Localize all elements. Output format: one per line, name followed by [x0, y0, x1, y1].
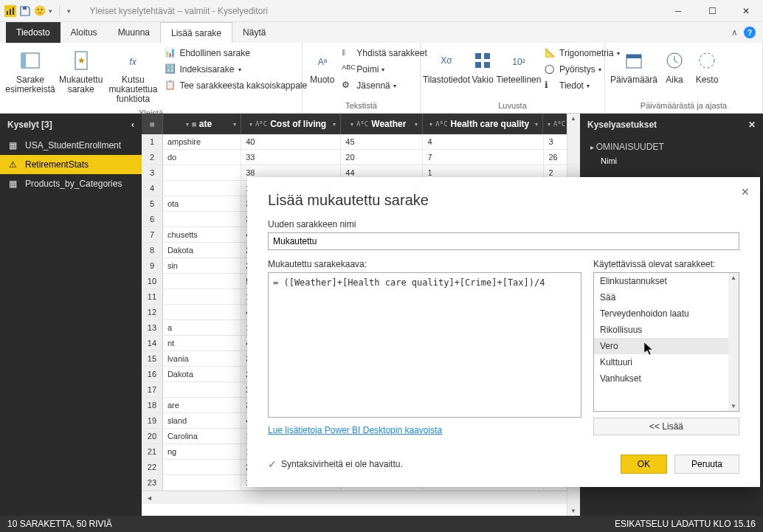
available-column-item[interactable]: Sää [594, 289, 739, 305]
table-row[interactable]: 2do3320726 [142, 150, 580, 165]
qat-dropdown-icon[interactable]: ▾ [49, 7, 52, 15]
cell[interactable]: 45 [341, 134, 423, 149]
duration-button[interactable]: Kesto [692, 46, 722, 88]
cell[interactable] [163, 382, 241, 397]
format-button[interactable]: AªMuoto [308, 46, 336, 88]
cell[interactable]: 7 [423, 150, 544, 165]
available-column-item[interactable]: Rikollisuus [594, 322, 739, 338]
row-number[interactable]: 19 [142, 413, 163, 428]
row-number[interactable]: 18 [142, 398, 163, 412]
properties-section-title[interactable]: OMINAISUUDET [596, 142, 664, 152]
emoji-icon[interactable]: 🙂 [34, 5, 46, 17]
row-number[interactable]: 6 [142, 212, 163, 227]
row-number[interactable]: 8 [142, 243, 163, 258]
row-number[interactable]: 2 [142, 150, 163, 165]
minimize-button[interactable]: ─ [661, 0, 695, 22]
cell[interactable] [163, 460, 241, 474]
cell[interactable]: 20 [341, 150, 423, 165]
cell[interactable]: sland [163, 413, 241, 428]
query-item[interactable]: ⚠RetirementStats [0, 155, 142, 174]
available-column-item[interactable]: Kulttuuri [594, 354, 739, 370]
maximize-button[interactable]: ☐ [695, 0, 729, 22]
available-column-item[interactable]: Vero [594, 338, 739, 354]
cell[interactable] [163, 165, 241, 180]
formula-input[interactable]: = ([Weather]+[Health care quality]+[Crim… [268, 272, 581, 418]
row-number[interactable]: 16 [142, 367, 163, 381]
cell[interactable]: a [163, 320, 241, 335]
custom-column-button[interactable]: ★Mukautettu sarake [58, 46, 104, 97]
cell[interactable]: 4 [423, 134, 544, 149]
column-header[interactable]: ▾▦ate▾ [163, 114, 241, 134]
tab-file[interactable]: Tiedosto [6, 22, 61, 43]
tab-add-column[interactable]: Lisää sarake [160, 22, 232, 43]
tab-view[interactable]: Näytä [232, 22, 276, 43]
row-number[interactable]: 15 [142, 351, 163, 366]
row-number[interactable]: 14 [142, 336, 163, 350]
collapse-ribbon-icon[interactable]: ∧ [731, 27, 738, 38]
columns-scrollbar[interactable] [728, 273, 739, 411]
merge-columns-button[interactable]: ⫴Yhdistä sarakkeet [339, 46, 429, 61]
insert-button[interactable]: << Lisää [593, 418, 739, 435]
available-column-item[interactable]: Elinkustannukset [594, 273, 739, 289]
cell[interactable] [163, 305, 241, 319]
row-number[interactable]: 11 [142, 289, 163, 304]
cell[interactable]: chusetts [163, 227, 241, 242]
tab-home[interactable]: Aloitus [61, 22, 108, 43]
collapse-queries-icon[interactable]: ‹ [131, 120, 134, 130]
row-number[interactable]: 5 [142, 196, 163, 211]
queries-header[interactable]: Kyselyt [3] ‹ [0, 114, 142, 136]
cell[interactable] [163, 289, 241, 304]
cell[interactable] [163, 181, 241, 196]
cell[interactable]: ng [163, 444, 241, 459]
invoke-function-button[interactable]: fxKutsu mukautettua funktiota [107, 46, 159, 107]
cell[interactable]: lvania [163, 351, 241, 366]
learn-more-link[interactable]: Lue lisätietoja Power BI Desktopin kaavo… [268, 425, 581, 435]
row-number[interactable]: 21 [142, 444, 163, 459]
scientific-button[interactable]: 10²Tieteellinen [499, 46, 539, 88]
duplicate-column-button[interactable]: 📋Tee sarakkeesta kaksoiskappale [162, 78, 310, 93]
extract-button[interactable]: ABCPoimi▾ [339, 62, 429, 77]
cell[interactable]: 33 [241, 150, 341, 165]
cell[interactable]: ota [163, 196, 241, 211]
cell[interactable]: 40 [241, 134, 341, 149]
column-header[interactable]: ▾AᴮCCost of living▾ [241, 114, 341, 134]
ok-button[interactable]: OK [621, 455, 667, 474]
row-number[interactable]: 23 [142, 475, 163, 490]
column-name-input[interactable] [268, 232, 739, 250]
cell[interactable]: do [163, 150, 241, 165]
save-icon[interactable] [19, 5, 31, 17]
cell[interactable]: Dakota [163, 243, 241, 258]
row-number[interactable]: 4 [142, 181, 163, 196]
available-column-item[interactable]: Vanhukset [594, 370, 739, 387]
cancel-button[interactable]: Peruuta [674, 455, 739, 474]
help-icon[interactable]: ? [744, 27, 756, 38]
row-number[interactable]: 17 [142, 382, 163, 397]
available-column-item[interactable]: Terveydenhoidon laatu [594, 305, 739, 322]
conditional-column-button[interactable]: 📊Ehdollinen sarake [162, 46, 310, 61]
parse-button[interactable]: ⚙Jäsennä▾ [339, 78, 429, 93]
cell[interactable] [163, 475, 241, 490]
cell[interactable]: Dakota [163, 367, 241, 381]
table-row[interactable]: 1ampshire404543 [142, 134, 580, 150]
column-from-examples-button[interactable]: Sarake esimerkeistä [6, 46, 55, 97]
time-button[interactable]: Aika [660, 46, 689, 88]
date-button[interactable]: Päivämäärä [611, 46, 657, 88]
statistics-button[interactable]: XσTilastotiedot [427, 46, 466, 88]
close-settings-icon[interactable]: ✕ [748, 120, 756, 130]
row-number[interactable]: 22 [142, 460, 163, 474]
query-item[interactable]: ▦USA_StudentEnrollment [0, 136, 142, 155]
row-number[interactable]: 10 [142, 274, 163, 289]
cell[interactable] [163, 274, 241, 289]
cell[interactable]: nt [163, 336, 241, 350]
row-number[interactable]: 3 [142, 165, 163, 180]
index-column-button[interactable]: 🔢Indeksisarake▾ [162, 62, 310, 77]
row-number[interactable]: 20 [142, 429, 163, 443]
column-header[interactable]: ▦ [142, 114, 163, 134]
qat-overflow[interactable]: ▾ [67, 7, 71, 15]
cell[interactable]: sin [163, 258, 241, 273]
cell[interactable]: Carolina [163, 429, 241, 443]
column-header[interactable]: ▾AᴮCWeather▾ [341, 114, 423, 134]
standard-button[interactable]: Vakio [469, 46, 496, 88]
row-number[interactable]: 12 [142, 305, 163, 319]
row-number[interactable]: 9 [142, 258, 163, 273]
